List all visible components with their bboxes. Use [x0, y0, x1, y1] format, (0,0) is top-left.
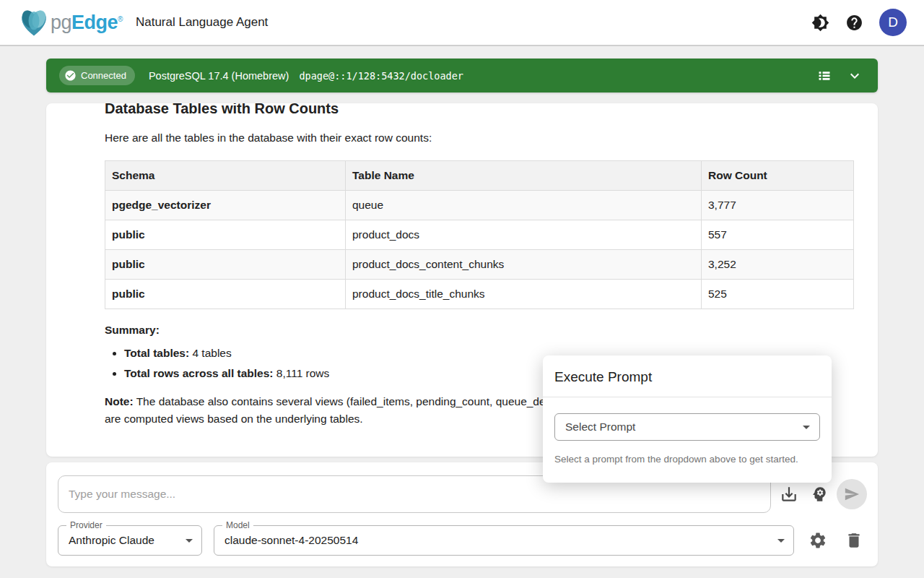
help-button[interactable] — [845, 14, 863, 32]
table-row: pgedge_vectorizer queue 3,777 — [105, 191, 854, 220]
app-root: pgEdge® Natural Language Agent D Connect… — [0, 0, 924, 578]
trash-icon — [845, 531, 863, 550]
settings-button[interactable] — [808, 531, 827, 550]
table-row: public product_docs 557 — [105, 220, 854, 250]
provider-select[interactable]: Provider Anthropic Claude — [58, 525, 202, 556]
pgedge-logo-text: pgEdge® — [51, 13, 123, 33]
summary-heading: Summary: — [105, 324, 854, 337]
provider-value: Anthropic Claude — [69, 534, 154, 547]
model-value: claude-sonnet-4-20250514 — [225, 534, 358, 547]
col-table-name: Table Name — [346, 161, 702, 191]
header-actions: D — [811, 9, 907, 36]
execute-prompt-panel: Execute Prompt Select Prompt Select a pr… — [543, 355, 832, 483]
message-intro: Here are all the tables in the database … — [105, 130, 854, 146]
schema-cell: public — [105, 250, 346, 280]
table-name-cell: product_docs — [346, 220, 702, 250]
list-icon — [816, 67, 833, 85]
table-name-cell: product_docs_title_chunks — [346, 280, 702, 309]
connection-string: dpage@::1/128:5432/docloader — [299, 70, 463, 82]
results-table: Schema Table Name Row Count pgedge_vecto… — [105, 160, 854, 309]
brightness-icon — [811, 14, 829, 32]
gear-icon — [808, 531, 827, 550]
row-count-cell: 525 — [702, 280, 854, 309]
model-label: Model — [222, 520, 253, 530]
row-count-cell: 557 — [702, 220, 854, 250]
schema-cell: public — [105, 220, 346, 250]
table-row: public product_docs_content_chunks 3,252 — [105, 250, 854, 280]
dropdown-arrow-icon — [803, 426, 810, 429]
table-name-cell: product_docs_content_chunks — [346, 250, 702, 280]
app-header: pgEdge® Natural Language Agent D — [0, 0, 924, 46]
theme-toggle-button[interactable] — [811, 14, 829, 32]
prompt-helper-text: Select a prompt from the dropdown above … — [554, 454, 820, 465]
col-schema: Schema — [105, 161, 346, 191]
connection-bar[interactable]: Connected PostgreSQL 17.4 (Homebrew) dpa… — [46, 59, 878, 92]
prompt-select[interactable]: Select Prompt — [554, 413, 820, 441]
pgedge-logo-mark — [17, 6, 51, 39]
app-title: Natural Language Agent — [136, 15, 268, 30]
pgedge-logo: pgEdge® — [17, 6, 123, 39]
clear-button[interactable] — [845, 531, 863, 550]
server-version-label: PostgreSQL 17.4 (Homebrew) — [149, 70, 289, 82]
row-count-cell: 3,777 — [702, 191, 854, 220]
download-button[interactable] — [780, 485, 798, 504]
schema-cell: pgedge_vectorizer — [105, 191, 346, 220]
send-button[interactable] — [837, 479, 867, 509]
reasoning-button[interactable] — [810, 485, 829, 504]
check-circle-icon — [64, 69, 77, 82]
connected-badge-label: Connected — [81, 70, 126, 81]
table-row: public product_docs_title_chunks 525 — [105, 280, 854, 309]
connected-badge: Connected — [59, 66, 135, 85]
divider — [543, 397, 832, 397]
model-select[interactable]: Model claude-sonnet-4-20250514 — [214, 525, 794, 556]
download-icon — [780, 485, 798, 504]
table-header-row: Schema Table Name Row Count — [105, 161, 854, 191]
message-heading: Database Tables with Row Counts — [105, 103, 854, 118]
dropdown-arrow-icon — [186, 539, 193, 543]
collapse-button[interactable] — [846, 67, 863, 85]
user-avatar[interactable]: D — [879, 9, 907, 36]
send-icon — [844, 486, 860, 502]
row-count-cell: 3,252 — [702, 250, 854, 280]
connection-details-button[interactable] — [816, 67, 833, 85]
execute-prompt-title: Execute Prompt — [543, 355, 832, 387]
dropdown-arrow-icon — [777, 539, 785, 543]
help-icon — [845, 14, 863, 32]
psychology-icon — [810, 485, 829, 504]
schema-cell: public — [105, 280, 346, 309]
table-name-cell: queue — [346, 191, 702, 220]
provider-label: Provider — [66, 520, 106, 530]
connection-bar-actions — [816, 67, 863, 85]
prompt-select-value: Select Prompt — [565, 420, 635, 434]
chevron-down-icon — [846, 67, 863, 85]
col-row-count: Row Count — [702, 161, 854, 191]
